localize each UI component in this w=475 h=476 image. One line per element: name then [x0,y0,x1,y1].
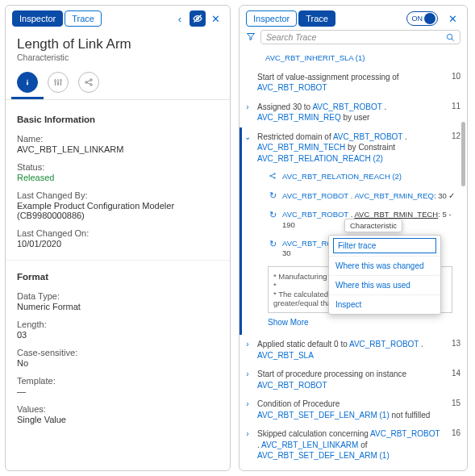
svg-point-19 [274,177,276,179]
chevron-right-icon[interactable]: › [243,429,252,438]
changedby-value: Example Product Configuration Modeler (C… [17,201,219,220]
share-icon [268,172,277,182]
trace-row[interactable]: › Condition of Procedure AVC_RBT_SET_DEF… [240,395,467,424]
chevron-right-icon[interactable]: › [243,340,252,349]
close-icon[interactable]: ✕ [444,10,460,27]
chevron-left-icon[interactable]: ‹ [172,10,188,27]
header: Inspector Trace ‹ ✕ [6,6,230,30]
link[interactable]: AVC_RBT_ROBOT [257,83,327,92]
tab-inspector[interactable]: Inspector [12,10,63,27]
svg-point-8 [57,83,59,85]
menu-where-used[interactable]: Where this was used [329,275,440,294]
link[interactable]: AVC_RBT_ROBOT [282,210,348,219]
search-row: Search Trace [240,30,467,49]
chevron-right-icon[interactable]: › [243,102,252,111]
check-icon: ✓ [448,191,455,200]
link[interactable]: AVC_RBT_ROBOT [312,102,381,111]
search-icon [446,33,455,42]
show-more-link[interactable]: Show More [242,315,467,335]
search-placeholder: Search Trace [266,32,316,42]
row-number: 11 [448,102,460,111]
link[interactable]: AVC_RBT_LEN_LINKARM [261,441,358,449]
sliders-tab-icon[interactable] [48,72,69,93]
row-number: 12 [448,132,460,140]
scrollbar[interactable] [461,122,465,186]
section-basic: Basic Information [17,115,219,124]
reload-icon: ↻ [268,239,277,249]
chevron-right-icon[interactable]: › [243,370,252,378]
link[interactable]: AVC_RBT_RMIN_TECH [257,143,345,152]
trace-row[interactable]: Start of value-assignment processing of … [240,68,467,98]
name-label: Name: [17,134,219,144]
page-subtitle: Characteristic [6,52,230,70]
changedby-label: Last Changed By: [17,190,219,200]
trace-row[interactable]: ⌄ Restricted domain of AVC_RBT_ROBOT . A… [240,127,467,169]
changedon-label: Last Changed On: [17,228,219,238]
link[interactable]: AVC_RBT_INHERIT_SLA (1) [265,53,365,62]
link[interactable]: AVC_RBT_RELATION_REACH (2) [257,154,383,163]
link[interactable]: AVC_RBT_RMIN_REQ [257,113,341,122]
svg-line-20 [271,174,273,176]
menu-inspect[interactable]: Inspect [329,294,440,314]
trace-toggle[interactable]: ON [406,11,439,26]
chevron-right-icon[interactable]: › [243,399,252,408]
info-tab-icon[interactable] [17,72,38,93]
tab-trace[interactable]: Trace [298,10,335,27]
trace-sub[interactable]: AVC_RBT_RELATION_REACH (2) [242,168,467,186]
row-number: 16 [448,428,460,437]
trace-sub[interactable]: ↻ AVC_RBT_ROBOT . AVC_RBT_RMIN_REQ: 30✓ [242,186,467,206]
changedon-value: 10/01/2020 [17,239,219,248]
trace-row[interactable]: › Skipped calculation concerning AVC_RBT… [240,424,467,466]
link[interactable]: AVC_RBT_SLA [257,351,314,360]
link[interactable]: AVC_RBT_SET_DEF_LEN_ARM (1) [257,451,390,460]
divider [6,260,230,261]
reload-icon: ↻ [268,210,277,220]
body: Basic Information Name: AVC_RBT_LEN_LINK… [6,100,230,470]
close-icon[interactable]: ✕ [207,10,223,27]
link[interactable]: AVC_RBT_SET_DEF_LEN_ARM (1) [257,411,390,420]
share-tab-icon[interactable] [78,72,99,93]
link[interactable]: AVC_RBT_ROBOT [349,340,419,349]
section-format: Format [17,272,219,282]
tab-inspector[interactable]: Inspector [246,10,297,27]
filter-icon[interactable] [246,31,256,44]
svg-point-7 [55,81,56,82]
trace-row[interactable]: › Assigned 30 to AVC_RBT_ROBOT . AVC_RBT… [240,98,467,127]
eye-off-icon[interactable] [190,10,206,27]
chevron-down-icon[interactable]: ⌄ [243,132,252,141]
search-input[interactable]: Search Trace [260,30,460,44]
svg-line-14 [87,83,90,85]
link[interactable]: AVC_RBT_RMIN_REQ [354,191,434,200]
svg-point-17 [270,175,272,177]
tab-trace[interactable]: Trace [65,10,102,27]
tooltip: Characteristic [344,219,402,232]
row-number: 13 [448,339,460,348]
reload-icon: ↻ [268,190,277,201]
length-label: Length: [17,319,219,329]
link[interactable]: AVC_RBT_ROBOT [333,132,402,141]
row-number: 10 [448,72,460,81]
svg-point-2 [27,80,28,81]
svg-line-21 [271,177,273,178]
link[interactable]: AVC_RBT_ROBOT [257,381,327,390]
status-label: Status: [17,162,219,172]
status-value: Released [17,173,219,182]
menu-filter-trace[interactable]: Filter trace [333,238,436,253]
svg-line-16 [452,38,454,40]
name-value: AVC_RBT_LEN_LINKARM [17,144,219,154]
link-underlined[interactable]: AVC_RBT_RMIN_TECH [354,210,438,219]
link[interactable]: AVC_RBT_RELATION_REACH (2) [282,172,402,181]
case-value: No [17,358,219,368]
values-label: Values: [17,404,219,414]
tabset: Inspector Trace [12,10,102,27]
link[interactable]: AVC_RBT_ROBOT [370,429,440,438]
menu-where-changed[interactable]: Where this was changed [329,256,440,275]
svg-point-9 [60,80,62,81]
case-label: Case-sensitive: [17,348,219,357]
icon-tabs [6,70,230,100]
trace-row[interactable]: › Start of procedure processing on insta… [240,365,467,395]
trace-row[interactable]: › Applied static default 0 to AVC_RBT_RO… [240,335,467,365]
trace-sub[interactable]: AVC_RBT_INHERIT_SLA (1) [240,49,467,68]
link[interactable]: AVC_RBT_ROBOT [282,191,348,200]
svg-line-13 [87,81,90,82]
